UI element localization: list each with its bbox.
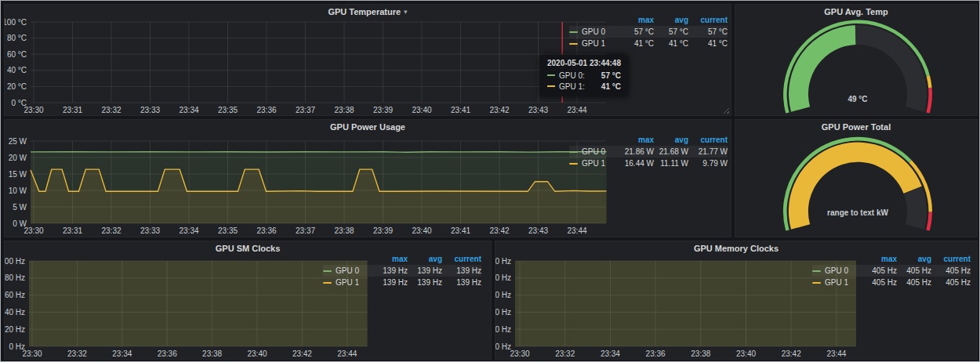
series-fills <box>31 152 607 223</box>
legend-series-name[interactable]: GPU 1 <box>323 278 370 287</box>
legend-row-gpu-0[interactable]: GPU 057 °C57 °C57 °C <box>569 26 728 38</box>
svg-text:23:34: 23:34 <box>601 349 620 358</box>
legend-row-gpu-1[interactable]: GPU 1405 Hz405 Hz405 Hz <box>812 277 971 288</box>
svg-text:23:30: 23:30 <box>510 349 529 358</box>
svg-text:23:36: 23:36 <box>158 349 177 358</box>
gauge-value-arc <box>789 25 856 112</box>
panel-gpu-memory-clocks: GPU Memory Clocks 0 Hz20 Hz40 Hz60 Hz80 … <box>495 241 978 360</box>
gauge-empty-arc <box>904 186 927 230</box>
svg-text:60 Hz: 60 Hz <box>5 291 25 299</box>
gauge-value-text: range to text kW <box>827 208 888 217</box>
legend-row-gpu-0[interactable]: GPU 0405 Hz405 Hz405 Hz <box>812 265 971 277</box>
panel-title-gpu-power-total[interactable]: GPU Power Total <box>735 120 977 134</box>
svg-text:23:30: 23:30 <box>24 106 43 114</box>
svg-text:20 °C: 20 °C <box>7 82 27 91</box>
svg-text:100 Hz: 100 Hz <box>495 257 511 266</box>
svg-text:80 °C: 80 °C <box>7 34 27 42</box>
legend-header-max[interactable]: max <box>859 255 897 263</box>
graph-tooltip: 2020-05-01 23:44:48GPU 0:57 °CGPU 1:41 °… <box>540 55 628 96</box>
legend-series-name[interactable]: GPU 1 <box>569 159 616 168</box>
legend-series-name[interactable]: GPU 0 <box>812 266 859 275</box>
panel-title-gpu-memory-clocks[interactable]: GPU Memory Clocks <box>495 241 977 255</box>
series-color-dash-icon <box>569 31 578 33</box>
svg-text:23:32: 23:32 <box>101 106 121 114</box>
svg-text:23:37: 23:37 <box>296 106 315 114</box>
svg-text:23:41: 23:41 <box>451 106 470 114</box>
panel-title-text: GPU SM Clocks <box>216 244 281 253</box>
legend-value: 57 °C <box>688 27 728 36</box>
legend-header-max[interactable]: max <box>370 255 408 263</box>
legend-series-label: GPU 1 <box>336 278 359 287</box>
svg-text:10 W: 10 W <box>9 186 27 195</box>
legend-header-current[interactable]: current <box>688 136 728 144</box>
panel-title-text: GPU Temperature <box>328 7 401 16</box>
svg-text:40 Hz: 40 Hz <box>495 308 511 317</box>
legend-value: 57 °C <box>616 27 654 36</box>
legend-gpu-sm-clocks: maxavgcurrentGPU 0139 Hz139 Hz139 HzGPU … <box>323 253 481 288</box>
legend-header-row: maxavgcurrent <box>569 134 728 146</box>
svg-text:40 °C: 40 °C <box>7 66 27 74</box>
svg-text:23:44: 23:44 <box>826 349 846 358</box>
svg-text:0 Hz: 0 Hz <box>495 342 511 351</box>
svg-text:23:31: 23:31 <box>63 106 82 114</box>
legend-row-gpu-1[interactable]: GPU 116.44 W11.11 W9.79 W <box>569 157 728 169</box>
panel-title-gpu-power-usage[interactable]: GPU Power Usage <box>5 120 731 134</box>
legend-value: 405 Hz <box>859 266 897 275</box>
legend-series-label: GPU 0 <box>582 147 605 156</box>
legend-value: 41 °C <box>654 39 688 48</box>
svg-text:20 Hz: 20 Hz <box>495 325 511 334</box>
svg-text:23:40: 23:40 <box>247 349 267 358</box>
legend-header-avg[interactable]: avg <box>654 136 688 144</box>
svg-text:23:32: 23:32 <box>101 226 121 235</box>
legend-series-name[interactable]: GPU 0 <box>323 266 370 275</box>
panel-gpu-power-usage: GPU Power Usage 0 W5 W10 W15 W20 W25 W23… <box>4 119 731 237</box>
svg-text:23:38: 23:38 <box>334 106 354 114</box>
svg-text:23:42: 23:42 <box>292 349 312 358</box>
grid <box>31 22 606 103</box>
legend-row-gpu-0[interactable]: GPU 021.86 W21.68 W21.77 W <box>569 146 728 157</box>
legend-value: 57 °C <box>654 27 688 36</box>
threshold-ring-segment-1 <box>927 75 932 88</box>
tooltip-series-value: 41 °C <box>593 82 621 91</box>
panel-title-gpu-sm-clocks[interactable]: GPU SM Clocks <box>5 241 491 255</box>
legend-value: 9.79 W <box>688 159 728 168</box>
legend-value: 405 Hz <box>897 278 931 287</box>
panel-title-gpu-avg-temp[interactable]: GPU Avg. Temp <box>735 5 977 19</box>
series-color-dash-icon <box>569 43 578 45</box>
gauge-value-text: 49 °C <box>848 95 867 103</box>
series-color-dash-icon <box>812 270 821 272</box>
svg-text:23:38: 23:38 <box>202 349 222 358</box>
svg-text:23:38: 23:38 <box>334 226 354 235</box>
svg-text:23:41: 23:41 <box>451 226 470 235</box>
legend-header-current[interactable]: current <box>442 255 481 263</box>
svg-text:23:43: 23:43 <box>528 226 548 235</box>
svg-text:23:36: 23:36 <box>256 226 276 235</box>
legend-header-avg[interactable]: avg <box>408 255 442 263</box>
legend-series-name[interactable]: GPU 1 <box>569 39 616 48</box>
legend-row-gpu-0[interactable]: GPU 0139 Hz139 Hz139 Hz <box>323 265 481 277</box>
svg-text:20 W: 20 W <box>9 154 27 162</box>
svg-text:100 °C: 100 °C <box>5 18 27 27</box>
legend-series-name[interactable]: GPU 0 <box>569 147 616 156</box>
legend-value: 405 Hz <box>897 266 931 275</box>
legend-header-avg[interactable]: avg <box>897 255 931 263</box>
svg-text:23:42: 23:42 <box>489 106 509 114</box>
legend-value: 21.77 W <box>688 147 728 156</box>
threshold-ring-segment-2 <box>926 88 932 114</box>
panel-title-gpu-temperature[interactable]: GPU Temperature ▾ <box>5 5 731 19</box>
legend-series-name[interactable]: GPU 0 <box>569 27 616 36</box>
svg-text:23:35: 23:35 <box>218 226 238 235</box>
series-color-dash-icon <box>323 282 332 284</box>
legend-header-current[interactable]: current <box>931 255 971 263</box>
svg-text:23:43: 23:43 <box>528 106 548 114</box>
panel-title-text: GPU Avg. Temp <box>824 7 888 16</box>
legend-value: 41 °C <box>616 39 654 48</box>
svg-text:23:40: 23:40 <box>412 226 431 235</box>
legend-series-label: GPU 0 <box>582 27 605 36</box>
legend-series-name[interactable]: GPU 1 <box>812 278 859 287</box>
legend-value: 21.86 W <box>616 147 654 156</box>
legend-row-gpu-1[interactable]: GPU 1139 Hz139 Hz139 Hz <box>323 277 481 288</box>
legend-header-max[interactable]: max <box>616 136 654 144</box>
legend-value: 139 Hz <box>442 278 481 287</box>
legend-row-gpu-1[interactable]: GPU 141 °C41 °C41 °C <box>569 38 728 49</box>
